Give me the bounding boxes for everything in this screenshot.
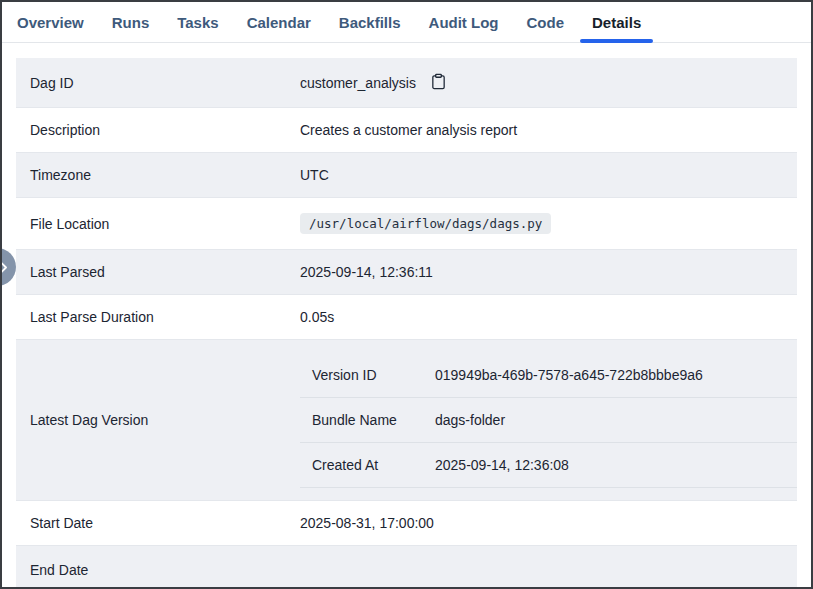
row-value: 2025-09-14, 12:36:11 <box>300 264 433 280</box>
table-row-last-parsed: Last Parsed2025-09-14, 12:36:11 <box>16 250 797 295</box>
tab-runs[interactable]: Runs <box>98 2 164 42</box>
details-table: Dag IDcustomer_analysisDescriptionCreate… <box>2 43 811 589</box>
row-value-wrap: UTC <box>300 167 797 183</box>
code-chip: /usr/local/airflow/dags/dags.py <box>300 213 551 234</box>
row-value-wrap: /usr/local/airflow/dags/dags.py <box>300 213 797 234</box>
tab-audit-log[interactable]: Audit Log <box>415 2 513 42</box>
row-label: Latest Dag Version <box>16 412 300 428</box>
table-row-latest-dag-version: Latest Dag VersionVersion ID019949ba-469… <box>16 340 797 501</box>
tab-code[interactable]: Code <box>513 2 579 42</box>
row-label: End Date <box>16 562 300 578</box>
table-row-end-date: End Date <box>16 546 797 589</box>
row-value-wrap: Creates a customer analysis report <box>300 122 797 138</box>
table-row-description: DescriptionCreates a customer analysis r… <box>16 108 797 153</box>
row-value: 2025-08-31, 17:00:00 <box>300 515 434 531</box>
row-value-wrap: 2025-08-31, 17:00:00 <box>300 515 797 531</box>
row-label: Dag ID <box>16 75 300 91</box>
tab-details[interactable]: Details <box>578 2 655 42</box>
table-row-last-parse-duration: Last Parse Duration0.05s <box>16 295 797 340</box>
dag-details-window: OverviewRunsTasksCalendarBackfillsAudit … <box>0 0 813 589</box>
row-value-wrap: 0.05s <box>300 309 797 325</box>
tab-calendar[interactable]: Calendar <box>233 2 325 42</box>
tab-overview[interactable]: Overview <box>3 2 98 42</box>
row-label: Timezone <box>16 167 300 183</box>
nested-row-created-at: Created At2025-09-14, 12:36:08 <box>300 443 797 488</box>
nested-row-label: Created At <box>300 457 435 473</box>
nested-row-value: 2025-09-14, 12:36:08 <box>435 457 569 473</box>
table-row-timezone: TimezoneUTC <box>16 153 797 198</box>
tab-bar: OverviewRunsTasksCalendarBackfillsAudit … <box>2 2 811 43</box>
chevron-right-icon <box>0 260 11 275</box>
nested-table: Version ID019949ba-469b-7578-a645-722b8b… <box>300 340 797 500</box>
row-value: UTC <box>300 167 329 183</box>
row-value-wrap: 2025-09-14, 12:36:11 <box>300 264 797 280</box>
tab-tasks[interactable]: Tasks <box>163 2 232 42</box>
clipboard-copy-icon <box>430 73 447 93</box>
nested-row-value: 019949ba-469b-7578-a645-722b8bbbe9a6 <box>435 367 703 383</box>
nested-row-bundle-name: Bundle Namedags-folder <box>300 398 797 443</box>
nested-row-value: dags-folder <box>435 412 505 428</box>
row-label: File Location <box>16 216 300 232</box>
row-label: Description <box>16 122 300 138</box>
row-value-wrap: customer_analysis <box>300 73 797 93</box>
row-value: customer_analysis <box>300 75 416 91</box>
row-label: Start Date <box>16 515 300 531</box>
row-label: Last Parse Duration <box>16 309 300 325</box>
tab-backfills[interactable]: Backfills <box>325 2 415 42</box>
table-row-start-date: Start Date2025-08-31, 17:00:00 <box>16 501 797 546</box>
copy-button[interactable] <box>430 73 447 93</box>
table-row-file-location: File Location/usr/local/airflow/dags/dag… <box>16 198 797 250</box>
row-value: Creates a customer analysis report <box>300 122 517 138</box>
table-row-dag-id: Dag IDcustomer_analysis <box>16 58 797 108</box>
row-value: 0.05s <box>300 309 334 325</box>
nested-row-label: Version ID <box>300 367 435 383</box>
nested-row-version-id: Version ID019949ba-469b-7578-a645-722b8b… <box>300 353 797 398</box>
nested-row-label: Bundle Name <box>300 412 435 428</box>
row-label: Last Parsed <box>16 264 300 280</box>
